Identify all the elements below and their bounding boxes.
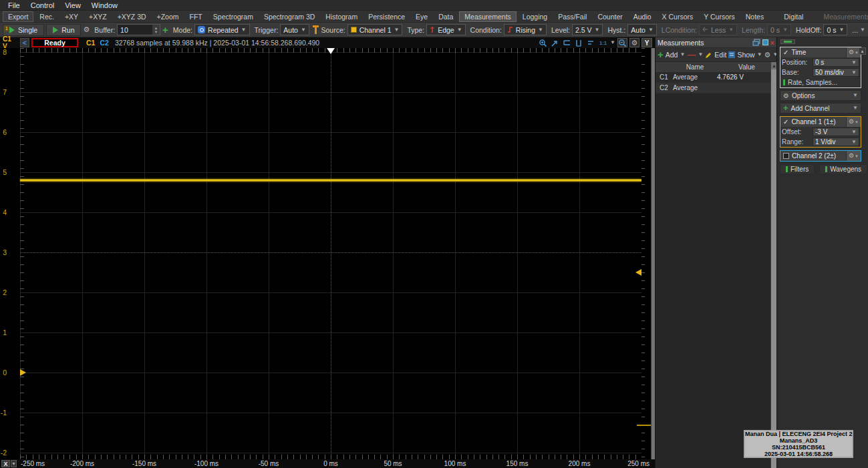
menu-item[interactable]: Control <box>25 1 59 10</box>
type-select[interactable]: Edge ▼ <box>426 24 465 35</box>
view-tab[interactable]: Audio <box>629 12 656 21</box>
waveform-plot[interactable] <box>20 48 641 459</box>
view-tab[interactable]: Rec. <box>35 12 59 21</box>
column-name[interactable]: Name <box>673 63 717 71</box>
fit-width-icon[interactable] <box>562 38 572 47</box>
toolbar-overflow-button[interactable]: ... <box>852 26 858 34</box>
channel1-gear-button[interactable]: ⚙▼ <box>846 117 861 127</box>
measurement-row[interactable]: C1 Average 4.7626 V <box>656 72 776 83</box>
run-label: Run <box>61 26 74 34</box>
edit-measurement-button[interactable]: Edit <box>705 51 726 59</box>
zoom-in-icon[interactable] <box>538 38 548 47</box>
channel1-offset-marker[interactable] <box>20 369 26 376</box>
column-value[interactable]: Value <box>717 63 776 71</box>
view-tab[interactable]: +XY <box>60 12 83 21</box>
add-icon[interactable]: + <box>162 26 168 34</box>
holdoff-select[interactable]: 0 s ▼ <box>823 24 847 35</box>
wavegens-button[interactable]: Wavegens <box>819 164 867 174</box>
view-tab[interactable]: Pass/Fail <box>553 12 591 21</box>
trigger-level-marker[interactable] <box>635 269 641 276</box>
check-icon[interactable]: ✓ <box>783 118 788 126</box>
view-tab[interactable]: Measurements <box>819 12 868 21</box>
view-tab[interactable]: Counter <box>593 12 627 21</box>
view-tab[interactable]: Notes <box>741 12 768 21</box>
trigger-position-marker[interactable] <box>327 48 335 54</box>
range-select[interactable]: 1 V/div ▼ <box>813 138 859 146</box>
menu-item[interactable]: View <box>59 1 86 10</box>
time-group-header[interactable]: ✓ Time ⚙▼ <box>780 47 861 57</box>
view-tab[interactable]: Data <box>434 12 458 21</box>
view-tab[interactable]: Eye <box>411 12 432 21</box>
view-tab[interactable]: Logging <box>518 12 552 21</box>
mode-select[interactable]: Repeated ▼ <box>194 24 249 35</box>
menu-item[interactable]: File <box>3 1 25 10</box>
checkbox-unchecked-icon[interactable] <box>783 153 789 159</box>
lcondition-select[interactable]: Less ▼ <box>699 24 737 35</box>
channel1-trace[interactable] <box>20 179 641 182</box>
view-tab[interactable]: FFT <box>185 12 207 21</box>
chevron-down-icon[interactable]: ▼ <box>860 27 865 33</box>
scroll-up-icon[interactable]: ▲ <box>859 47 866 55</box>
view-tab[interactable]: Spectrogram 3D <box>259 12 319 21</box>
y-axis-toggle-button[interactable]: Y <box>641 38 652 47</box>
x-axis-toggle-button[interactable]: X ▼ <box>1 460 17 467</box>
stepper-arrows-icon[interactable]: ▲▼ <box>152 25 160 35</box>
close-icon[interactable]: × <box>770 39 774 46</box>
length-select[interactable]: 0 s ▼ <box>767 24 791 35</box>
one-to-one-icon[interactable]: 1:1 <box>598 38 608 47</box>
fit-all-icon[interactable] <box>586 38 596 47</box>
measurements-scrollbar[interactable]: ▲ <box>770 62 776 468</box>
filters-button[interactable]: Filters <box>780 164 815 174</box>
offset-select[interactable]: -3 V ▼ <box>813 128 859 136</box>
chevron-down-icon[interactable]: ▼ <box>610 40 615 45</box>
collapse-panel-button[interactable] <box>780 39 795 44</box>
show-measurement-button[interactable]: Show ▼ <box>728 51 762 59</box>
view-tab[interactable]: Measurements <box>459 11 516 22</box>
view-tab[interactable]: Digital <box>779 12 808 21</box>
chevron-left-icon[interactable]: < <box>20 38 29 47</box>
plot-settings-gear-icon[interactable]: ⚙ <box>629 38 639 47</box>
menu-item[interactable]: Window <box>86 1 123 10</box>
wavegens-label: Wavegens <box>830 166 861 173</box>
view-tab[interactable]: +Zoom <box>152 12 184 21</box>
source-select[interactable]: Channel 1 ▼ <box>347 24 403 35</box>
fit-height-icon[interactable] <box>574 38 584 47</box>
view-tab[interactable]: Y Cursors <box>699 12 740 21</box>
view-tab[interactable]: +XYZ <box>84 12 112 21</box>
view-tab[interactable]: Histogram <box>321 12 362 21</box>
channel2-header[interactable]: Channel 2 (2±) ⚙▼ <box>780 151 861 161</box>
channel1-tag[interactable]: C1 <box>86 39 95 47</box>
maximize-icon[interactable] <box>762 39 768 45</box>
hysteresis-select[interactable]: Auto ▼ <box>627 24 657 35</box>
channel2-tag[interactable]: C2 <box>100 39 108 47</box>
check-icon[interactable]: ✓ <box>783 49 788 56</box>
run-button[interactable]: Run <box>46 24 81 36</box>
zoom-region-icon[interactable] <box>550 38 560 47</box>
view-tab[interactable]: +XYZ 3D <box>113 12 151 21</box>
view-tab[interactable]: X Cursors <box>658 12 698 21</box>
trigger-select[interactable]: Auto ▼ <box>280 24 309 35</box>
view-tab[interactable]: Export <box>3 11 33 22</box>
add-measurement-button[interactable]: + Add ▼ <box>658 51 685 59</box>
channel1-header[interactable]: ✓ Channel 1 (1±) ⚙▼ <box>780 117 861 127</box>
single-button[interactable]: 1 Single <box>3 24 44 36</box>
add-channel-row[interactable]: + Add Channel ▼ <box>780 103 861 113</box>
base-select[interactable]: 50 ms/div ▼ <box>813 68 859 77</box>
options-row[interactable]: ⚙ Options ▼ <box>780 90 861 101</box>
view-tab[interactable]: Spectrogram <box>208 12 258 21</box>
view-tab[interactable]: Persistence <box>364 12 410 21</box>
zoom-out-icon[interactable] <box>617 38 627 47</box>
right-ruler <box>641 48 651 459</box>
buffer-stepper[interactable]: 10 ▲▼ <box>117 24 160 35</box>
condition-select[interactable]: Rising ▼ <box>504 24 547 35</box>
trigger-probe-icon[interactable] <box>313 25 315 34</box>
channel2-gear-button[interactable]: ⚙▼ <box>846 151 861 161</box>
remove-measurement-button[interactable]: — ▼ <box>687 51 703 58</box>
measurement-row[interactable]: C2 Average <box>656 83 776 93</box>
copy-window-icon[interactable] <box>752 39 760 46</box>
position-select[interactable]: 0 s ▼ <box>813 58 859 67</box>
gear-icon[interactable]: ⚙ <box>83 25 90 35</box>
level-select[interactable]: 2.5 V ▼ <box>572 24 603 35</box>
measurements-title-bar[interactable]: Measurements × <box>656 37 776 48</box>
rate-samples-button[interactable]: Rate, Samples... <box>780 77 861 87</box>
